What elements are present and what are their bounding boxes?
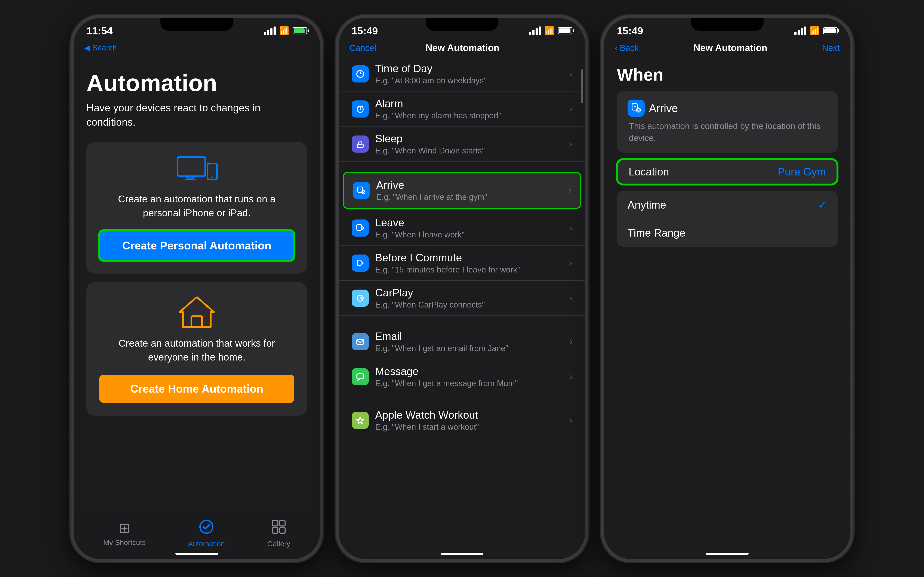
section-gap-2 [339, 316, 585, 324]
commute-icon [352, 255, 369, 272]
signal-icon-2 [529, 26, 541, 35]
gallery-icon [271, 519, 286, 537]
next-button[interactable]: Next [822, 43, 840, 53]
location-label: Location [628, 166, 669, 178]
list-item-carplay[interactable]: CP CarPlay E.g. "When CarPlay connects" … [339, 280, 585, 316]
time-2: 15:49 [352, 25, 378, 37]
workout-label: Apple Watch Workout [375, 409, 563, 421]
status-bar-1: 11:54 📶 [74, 18, 320, 39]
message-eg: E.g. "When I get a message from Mum" [375, 379, 563, 388]
chevron-icon-4: › [569, 185, 571, 195]
automation-label: Automation [188, 540, 225, 548]
alarm-eg: E.g. "When my alarm has stopped" [375, 111, 563, 120]
when-title: When [617, 65, 838, 85]
arrive-row: Arrive [628, 100, 827, 117]
personal-desc: Create an automation that runs on a pers… [99, 192, 294, 220]
create-personal-button[interactable]: Create Personal Automation [99, 230, 294, 261]
sleep-text: Sleep E.g. "When Wind Down starts" [375, 132, 563, 155]
battery-fill-3 [824, 28, 836, 33]
commute-label: Before I Commute [375, 251, 563, 264]
svg-rect-10 [272, 528, 278, 533]
sleep-icon [352, 135, 369, 153]
home-indicator-3 [706, 553, 749, 555]
list-item-arrive[interactable]: Arrive E.g. "When I arrive at the gym" › [343, 172, 581, 209]
status-bar-2: 15:49 📶 [339, 18, 585, 39]
cancel-button[interactable]: Cancel [349, 43, 376, 53]
page-subtitle-1: Have your devices react to changes in co… [86, 101, 307, 129]
phone-3: 15:49 📶 ‹ Back New Automation Next When [601, 15, 853, 562]
list-item-workout[interactable]: Apple Watch Workout E.g. "When I start a… [339, 403, 585, 440]
shortcuts-icon: ⊞ [119, 521, 130, 536]
automation-list: Time of Day E.g. "At 8:00 am on weekdays… [339, 56, 585, 527]
nav-bar-3: ‹ Back New Automation Next [604, 39, 850, 56]
arrive-icon-box [628, 100, 645, 117]
nav-title-3: New Automation [693, 42, 767, 53]
chevron-icon-3: › [570, 139, 572, 149]
nav-title-2: New Automation [426, 42, 499, 53]
list-item-message[interactable]: Message E.g. "When I get a message from … [339, 359, 585, 394]
section-gap-1 [339, 161, 585, 170]
arrive-card: Arrive This automation is controlled by … [617, 91, 838, 153]
scroll-indicator[interactable] [582, 69, 583, 103]
option-anytime[interactable]: Anytime ✓ [617, 191, 838, 219]
alarm-icon [352, 100, 369, 118]
arrive-desc-text: This automation is controlled by the loc… [628, 120, 827, 144]
automation-icon [199, 519, 214, 537]
chevron-icon: › [570, 69, 572, 79]
workout-text: Apple Watch Workout E.g. "When I start a… [375, 409, 563, 432]
chevron-icon-9: › [570, 372, 572, 382]
back-button[interactable]: ‹ Back [615, 43, 639, 53]
time-of-day-eg: E.g. "At 8:00 am on weekdays" [375, 76, 563, 85]
arrive-icon [353, 182, 370, 199]
search-link-1[interactable]: ◀ Search [84, 44, 117, 52]
list-item-sleep[interactable]: Sleep E.g. "When Wind Down starts" › [339, 127, 585, 161]
shortcuts-label: My Shortcuts [103, 538, 145, 546]
anytime-label: Anytime [628, 199, 666, 211]
email-eg: E.g. "When I get an email from Jane" [375, 344, 563, 353]
svg-rect-8 [272, 521, 278, 526]
anytime-check: ✓ [818, 199, 827, 211]
workout-eg: E.g. "When I start a workout" [375, 422, 563, 432]
back-label: Back [620, 43, 639, 53]
home-desc: Create an automation that works for ever… [99, 336, 294, 364]
tab-automation[interactable]: Automation [188, 519, 225, 548]
location-value: Pure Gym [778, 166, 826, 178]
svg-text:CP: CP [359, 297, 363, 300]
phone-1: 11:54 📶 ◀ Search Automation Have your de… [71, 15, 323, 562]
carplay-icon: CP [352, 290, 369, 307]
svg-line-31 [362, 263, 363, 264]
back-chevron-icon: ‹ [615, 43, 617, 53]
tab-my-shortcuts[interactable]: ⊞ My Shortcuts [103, 521, 145, 546]
tab-gallery[interactable]: Gallery [267, 519, 290, 548]
page-title-1: Automation [86, 69, 307, 97]
svg-rect-6 [191, 316, 202, 327]
message-text: Message E.g. "When I get a message from … [375, 365, 563, 388]
time-of-day-label: Time of Day [375, 63, 563, 75]
list-item-alarm[interactable]: Alarm E.g. "When my alarm has stopped" › [339, 92, 585, 127]
workout-icon [352, 412, 369, 429]
carplay-eg: E.g. "When CarPlay connects" [375, 300, 563, 309]
arrive-text: Arrive E.g. "When I arrive at the gym" [376, 179, 562, 202]
list-item-leave[interactable]: Leave E.g. "When I leave work" › [339, 211, 585, 245]
option-time-range[interactable]: Time Range [617, 219, 838, 247]
home-indicator-2 [441, 553, 483, 555]
message-icon [352, 368, 369, 385]
time-of-day-icon [352, 65, 369, 82]
arrive-label: Arrive [376, 179, 562, 191]
status-icons-2: 📶 [529, 26, 572, 35]
section-gap-3 [339, 394, 585, 403]
svg-rect-35 [357, 374, 363, 379]
location-card[interactable]: Location Pure Gym [617, 159, 838, 185]
chevron-icon-10: › [570, 416, 572, 425]
chevron-icon-7: › [570, 293, 572, 303]
email-label: Email [375, 330, 563, 343]
location-row: Location Pure Gym [628, 160, 826, 184]
list-item-email[interactable]: Email E.g. "When I get an email from Jan… [339, 324, 585, 359]
signal-icon-3 [795, 26, 806, 35]
create-home-button[interactable]: Create Home Automation [99, 375, 294, 403]
list-item-commute[interactable]: Before I Commute E.g. "15 minutes before… [339, 245, 585, 280]
arrive-label-text: Arrive [649, 102, 678, 114]
list-item-time-of-day[interactable]: Time of Day E.g. "At 8:00 am on weekdays… [339, 56, 585, 92]
leave-eg: E.g. "When I leave work" [375, 230, 563, 239]
time-3: 15:49 [617, 25, 643, 37]
